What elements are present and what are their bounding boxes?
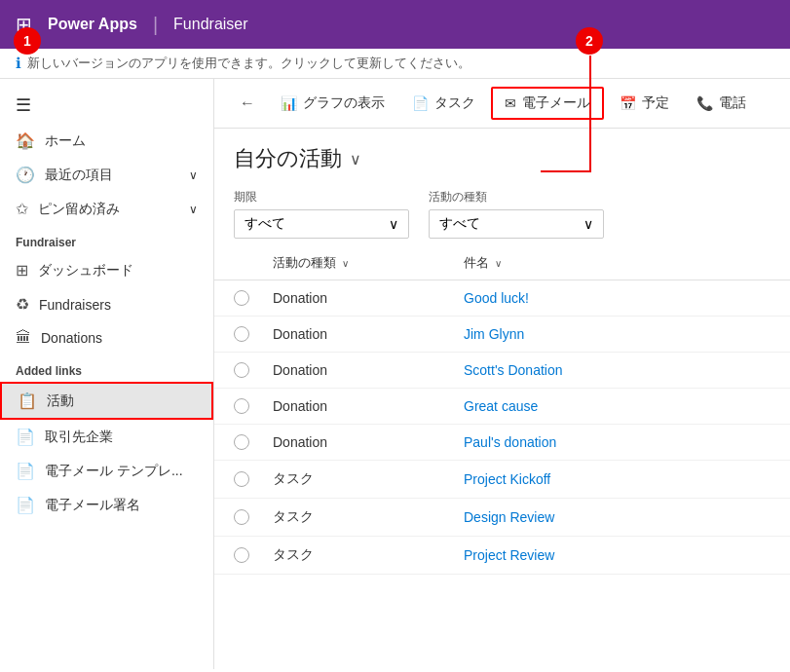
filter-deadline-select[interactable]: すべて ∨	[234, 209, 409, 239]
callout-1: 1	[14, 27, 41, 55]
callout-2: 2	[576, 27, 603, 55]
main-layout: ☰ 🏠 ホーム 🕐 最近の項目 ∨ ✩ ピン留め済み ∨ Fundraiser …	[0, 79, 790, 669]
activities-icon: 📋	[18, 392, 37, 410]
row-type: タスク	[273, 470, 448, 488]
row-type: Donation	[273, 326, 448, 342]
phone-button[interactable]: 📞 電話	[685, 89, 758, 118]
expand-recent-icon: ∨	[189, 168, 198, 182]
back-button[interactable]: ←	[230, 89, 265, 118]
task-label: タスク	[434, 94, 475, 112]
table-row[interactable]: タスク Project Review	[214, 537, 790, 575]
header-type-label: 活動の種類	[273, 255, 336, 270]
row-name[interactable]: Jim Glynn	[464, 326, 771, 342]
sidebar-item-activities[interactable]: 📋 活動	[0, 382, 213, 420]
row-radio[interactable]	[234, 326, 257, 342]
row-type: Donation	[273, 290, 448, 306]
row-radio[interactable]	[234, 290, 257, 306]
header-name-label: 件名	[464, 255, 489, 270]
pinned-icon: ✩	[16, 200, 28, 218]
filter-activity-type: 活動の種類 すべて ∨	[429, 189, 604, 239]
row-radio[interactable]	[234, 434, 257, 450]
toolbar: ← 📊 グラフの表示 📄 タスク ✉ 電子メール 📅 予定	[214, 79, 790, 129]
header-type[interactable]: 活動の種類 ∨	[273, 254, 448, 272]
sidebar-item-email-template[interactable]: 📄 電子メール テンプレ...	[0, 454, 213, 488]
donations-icon: 🏛	[16, 329, 31, 347]
sidebar-item-accounts[interactable]: 📄 取引先企業	[0, 420, 213, 454]
table-row[interactable]: Donation Scott's Donation	[214, 353, 790, 389]
arrow-2-h	[541, 170, 591, 172]
sidebar-label-recent: 最近の項目	[45, 167, 113, 184]
table-row[interactable]: Donation Paul's donation	[214, 425, 790, 461]
row-radio[interactable]	[234, 547, 257, 563]
hamburger-icon[interactable]: ☰	[0, 87, 213, 124]
table-row[interactable]: タスク Design Review	[214, 499, 790, 537]
sidebar-item-recent[interactable]: 🕐 最近の項目 ∨	[0, 158, 213, 192]
fundraisers-icon: ♻	[16, 295, 29, 314]
row-name[interactable]: Paul's donation	[464, 434, 771, 450]
app-name: Fundraiser	[173, 16, 247, 33]
row-name[interactable]: Design Review	[464, 509, 771, 525]
table-row[interactable]: Donation Jim Glynn	[214, 317, 790, 353]
phone-icon: 📞	[696, 95, 713, 111]
sidebar-item-email-signature[interactable]: 📄 電子メール署名	[0, 488, 213, 522]
schedule-label: 予定	[642, 94, 669, 112]
filter-activity-label: 活動の種類	[429, 189, 604, 205]
graph-label: グラフの表示	[303, 94, 385, 112]
sidebar-item-fundraisers[interactable]: ♻ Fundraisers	[0, 287, 213, 321]
section-added: Added links	[0, 355, 213, 382]
row-name[interactable]: Project Kickoff	[464, 471, 771, 487]
sidebar-label-home: ホーム	[45, 132, 86, 150]
row-radio[interactable]	[234, 362, 257, 378]
info-bar[interactable]: ℹ 新しいバージョンのアプリを使用できます。クリックして更新してください。	[0, 49, 790, 79]
sidebar-label-dashboard: ダッシュボード	[38, 262, 133, 280]
filter-activity-chevron-icon: ∨	[583, 216, 593, 232]
graph-button[interactable]: 📊 グラフの表示	[269, 89, 396, 118]
table-row[interactable]: Donation Good luck!	[214, 280, 790, 317]
schedule-button[interactable]: 📅 予定	[608, 89, 681, 118]
info-icon: ℹ	[16, 55, 21, 72]
sidebar-item-donations[interactable]: 🏛 Donations	[0, 321, 213, 355]
filters-row: 期限 すべて ∨ 活動の種類 すべて ∨	[214, 181, 790, 246]
table-row[interactable]: タスク Project Kickoff	[214, 461, 790, 499]
dashboard-icon: ⊞	[16, 261, 28, 280]
email-button[interactable]: ✉ 電子メール	[491, 87, 604, 120]
info-text: 新しいバージョンのアプリを使用できます。クリックして更新してください。	[27, 55, 470, 72]
sidebar-item-home[interactable]: 🏠 ホーム	[0, 124, 213, 158]
app-header: ⊞ Power Apps | Fundraiser	[0, 0, 790, 49]
sidebar-label-email-template: 電子メール テンプレ...	[45, 463, 183, 480]
sidebar: ☰ 🏠 ホーム 🕐 最近の項目 ∨ ✩ ピン留め済み ∨ Fundraiser …	[0, 79, 214, 669]
sidebar-label-fundraisers: Fundraisers	[39, 297, 111, 313]
row-name[interactable]: Great cause	[464, 398, 771, 414]
row-type: Donation	[273, 398, 448, 414]
page-title-row: 自分の活動 ∨	[214, 129, 790, 181]
page-title: 自分の活動	[234, 144, 342, 173]
task-icon: 📄	[412, 95, 429, 111]
arrow-2	[589, 56, 591, 172]
row-name[interactable]: Scott's Donation	[464, 362, 771, 378]
email-template-icon: 📄	[16, 462, 35, 480]
row-type: Donation	[273, 362, 448, 378]
email-label: 電子メール	[522, 94, 590, 112]
page-title-chevron-icon[interactable]: ∨	[350, 150, 361, 168]
header-divider: |	[153, 14, 158, 36]
sidebar-label-activities: 活動	[47, 392, 74, 410]
expand-pinned-icon: ∨	[189, 203, 198, 216]
sidebar-item-pinned[interactable]: ✩ ピン留め済み ∨	[0, 192, 213, 226]
header-type-sort-icon: ∨	[342, 258, 349, 269]
task-button[interactable]: 📄 タスク	[400, 89, 487, 118]
row-name[interactable]: Project Review	[464, 547, 771, 563]
row-radio[interactable]	[234, 509, 257, 525]
table-row[interactable]: Donation Great cause	[214, 389, 790, 425]
row-radio[interactable]	[234, 398, 257, 414]
recent-icon: 🕐	[16, 166, 35, 184]
header-name[interactable]: 件名 ∨	[464, 254, 771, 272]
filter-activity-value: すべて	[439, 215, 480, 233]
row-type: タスク	[273, 546, 448, 564]
row-radio[interactable]	[234, 471, 257, 487]
content-area: ← 📊 グラフの表示 📄 タスク ✉ 電子メール 📅 予定	[214, 79, 790, 669]
row-name[interactable]: Good luck!	[464, 290, 771, 306]
home-icon: 🏠	[16, 131, 35, 150]
sidebar-item-dashboard[interactable]: ⊞ ダッシュボード	[0, 253, 213, 287]
schedule-icon: 📅	[620, 95, 636, 111]
filter-activity-select[interactable]: すべて ∨	[429, 209, 604, 239]
